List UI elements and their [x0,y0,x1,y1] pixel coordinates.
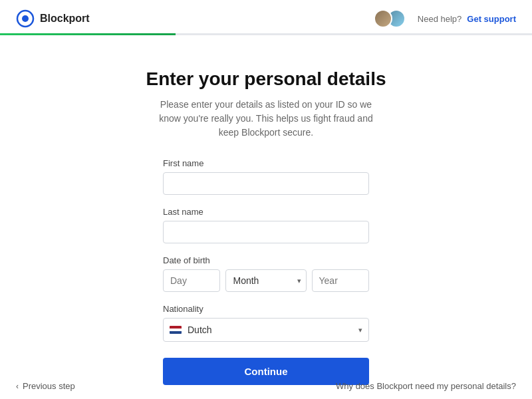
form-container: First name Last name Date of birth Month… [163,158,369,385]
prev-step-button[interactable]: ‹ Previous step [16,381,75,391]
logo-area: Blockport [16,9,90,28]
prev-step-arrow-icon: ‹ [16,382,19,391]
nationality-label: Nationality [163,304,369,314]
last-name-group: Last name [163,207,369,243]
get-support-link[interactable]: Get support [467,14,516,24]
dob-month-wrapper: Month January February March April May J… [225,269,306,292]
logo-text: Blockport [40,13,90,25]
main-content: Enter your personal details Please enter… [0,35,532,385]
prev-step-label: Previous step [23,381,75,391]
svg-point-1 [22,15,29,22]
dob-day-input[interactable] [163,269,220,292]
dob-row: Month January February March April May J… [163,269,369,292]
header-right: Need help? Get support [374,9,516,28]
last-name-label: Last name [163,207,369,217]
blockport-logo-icon [16,9,35,28]
page-subtitle: Please enter your details as listed on y… [153,98,379,140]
dob-month-select[interactable]: Month January February March April May J… [225,269,306,292]
nationality-select[interactable]: Dutch German French British Other [163,318,369,342]
progress-bar-container [0,33,532,35]
nationality-group: Nationality Dutch German French British … [163,304,369,342]
avatar-1 [374,9,392,28]
dob-day-wrapper [163,269,220,292]
first-name-input[interactable] [163,172,369,195]
faq-link[interactable]: Why does Blockport need my personal deta… [336,381,516,391]
first-name-label: First name [163,158,369,168]
dob-year-input[interactable] [312,269,369,292]
first-name-group: First name [163,158,369,195]
nationality-select-wrapper: Dutch German French British Other [163,318,369,342]
need-help-text: Need help? [418,14,462,24]
footer: ‹ Previous step Why does Blockport need … [0,373,532,399]
avatar-group [374,9,406,28]
last-name-input[interactable] [163,221,369,243]
page-title: Enter your personal details [146,68,386,90]
header: Blockport Need help? Get support [0,0,532,28]
dob-year-wrapper [312,269,369,292]
dob-group: Date of birth Month January February Mar… [163,255,369,292]
progress-bar-fill [0,33,176,35]
dob-label: Date of birth [163,255,369,265]
